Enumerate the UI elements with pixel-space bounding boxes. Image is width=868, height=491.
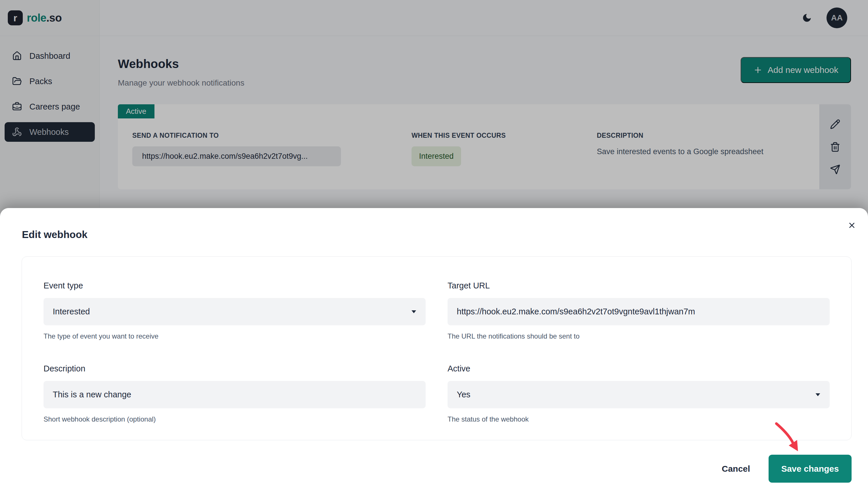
chevron-down-icon xyxy=(815,393,820,397)
modal-title: Edit webhook xyxy=(22,229,868,240)
edit-webhook-modal: Edit webhook Event type Interested The t… xyxy=(0,208,868,491)
event-type-field: Event type Interested The type of event … xyxy=(44,281,426,340)
event-type-label: Event type xyxy=(44,281,426,290)
close-icon xyxy=(847,221,856,230)
active-label: Active xyxy=(447,364,830,373)
chevron-down-icon xyxy=(411,310,416,314)
active-helper: The status of the webhook xyxy=(447,415,830,423)
description-field: Description Short webhook description (o… xyxy=(44,364,426,423)
description-input[interactable] xyxy=(44,381,426,408)
description-helper: Short webhook description (optional) xyxy=(44,415,426,423)
target-url-input[interactable] xyxy=(447,298,830,325)
event-type-value: Interested xyxy=(53,307,90,316)
target-url-field: Target URL The URL the notifications sho… xyxy=(447,281,830,340)
modal-footer: Cancel Save changes xyxy=(0,455,868,483)
target-url-label: Target URL xyxy=(447,281,830,290)
save-changes-button[interactable]: Save changes xyxy=(769,455,851,483)
cancel-button[interactable]: Cancel xyxy=(719,458,753,480)
event-type-helper: The type of event you want to receive xyxy=(44,332,426,340)
active-value: Yes xyxy=(457,390,470,399)
modal-close-button[interactable] xyxy=(844,217,860,233)
description-label: Description xyxy=(44,364,426,373)
active-field: Active Yes The status of the webhook xyxy=(447,364,830,423)
edit-webhook-form: Event type Interested The type of event … xyxy=(22,256,851,440)
active-select[interactable]: Yes xyxy=(447,381,830,408)
event-type-select[interactable]: Interested xyxy=(44,298,426,325)
target-url-helper: The URL the notifications should be sent… xyxy=(447,332,830,340)
app-screen: r role.so Dashboard Packs Careers page W… xyxy=(0,0,868,491)
